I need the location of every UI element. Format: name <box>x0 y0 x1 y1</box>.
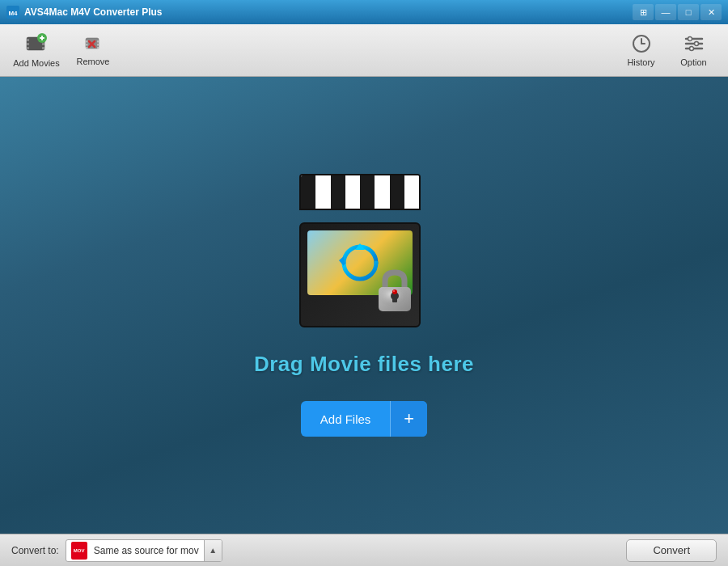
format-icon: MOV <box>70 541 89 560</box>
svg-rect-11 <box>40 37 44 39</box>
stripe-8 <box>404 175 419 209</box>
format-text: Same as source for mov <box>92 545 204 556</box>
svg-rect-5 <box>27 47 29 49</box>
title-left: M4 AVS4Mac M4V Converter Plus <box>6 6 163 19</box>
clapper-body <box>299 222 421 327</box>
add-movies-button[interactable]: Add Movies <box>8 27 65 74</box>
svg-rect-35 <box>392 296 397 302</box>
option-button[interactable]: Option <box>667 27 720 74</box>
add-files-plus-icon: + <box>391 401 427 437</box>
minimize-button[interactable]: — <box>655 4 676 20</box>
svg-point-37 <box>393 290 395 292</box>
sys-menu-button[interactable]: ⊞ <box>633 4 654 20</box>
svg-point-27 <box>688 37 692 41</box>
svg-point-28 <box>694 42 698 46</box>
svg-point-29 <box>689 47 693 51</box>
stripe-2 <box>315 175 330 209</box>
app-title: AVS4Mac M4V Converter Plus <box>24 6 163 18</box>
maximize-button[interactable]: □ <box>678 4 699 20</box>
add-movies-icon <box>25 32 48 55</box>
svg-rect-16 <box>97 40 99 43</box>
toolbar-right-group: History Option <box>615 27 720 74</box>
stripe-6 <box>375 175 389 209</box>
remove-button[interactable]: Remove <box>65 27 121 74</box>
add-files-label: Add Files <box>301 401 392 437</box>
close-button[interactable]: ✕ <box>700 4 722 20</box>
format-selector[interactable]: MOV Same as source for mov ▲ <box>66 539 222 562</box>
main-content: Drag Movie files here Add Files + <box>0 77 728 534</box>
svg-rect-7 <box>42 43 44 45</box>
app-icon: M4 <box>6 6 19 19</box>
svg-rect-18 <box>97 47 99 49</box>
remove-label: Remove <box>77 57 110 66</box>
history-icon <box>631 33 652 54</box>
option-icon <box>684 33 705 54</box>
toolbar: Add Movies Remove <box>0 24 728 77</box>
svg-rect-3 <box>27 39 29 41</box>
stripe-1 <box>301 175 315 209</box>
svg-point-36 <box>392 289 397 294</box>
stripe-3 <box>331 175 345 209</box>
svg-rect-15 <box>86 47 88 49</box>
drag-drop-text: Drag Movie files here <box>254 352 474 377</box>
stripe-7 <box>390 175 404 209</box>
svg-rect-4 <box>27 43 29 45</box>
title-controls: ⊞ — □ ✕ <box>633 4 722 20</box>
format-icon-inner: MOV <box>71 542 87 560</box>
svg-rect-13 <box>86 40 88 43</box>
option-label: Option <box>680 57 706 67</box>
title-bar: M4 AVS4Mac M4V Converter Plus ⊞ — □ ✕ <box>0 0 728 24</box>
svg-rect-8 <box>42 47 44 49</box>
remove-icon <box>83 34 103 53</box>
svg-rect-14 <box>86 44 88 46</box>
svg-text:M4: M4 <box>8 10 18 17</box>
svg-rect-17 <box>97 44 99 46</box>
history-button[interactable]: History <box>615 27 667 74</box>
lock-icon <box>375 269 415 314</box>
format-dropdown-arrow-icon[interactable]: ▲ <box>204 540 222 561</box>
clapper-stripes <box>301 175 419 209</box>
clapper-top <box>299 174 421 210</box>
toolbar-left-group: Add Movies Remove <box>8 27 615 74</box>
convert-to-section: Convert to: MOV Same as source for mov ▲ <box>11 539 222 562</box>
add-movies-label: Add Movies <box>13 58 59 68</box>
convert-button[interactable]: Convert <box>626 539 717 562</box>
clapperboard-illustration <box>291 174 437 327</box>
convert-to-label: Convert to: <box>11 545 59 556</box>
add-files-button[interactable]: Add Files + <box>301 401 427 437</box>
svg-marker-31 <box>339 256 344 266</box>
history-label: History <box>627 57 654 67</box>
stripe-5 <box>360 175 375 209</box>
stripe-4 <box>345 175 360 209</box>
bottom-bar: Convert to: MOV Same as source for mov ▲… <box>0 534 728 566</box>
